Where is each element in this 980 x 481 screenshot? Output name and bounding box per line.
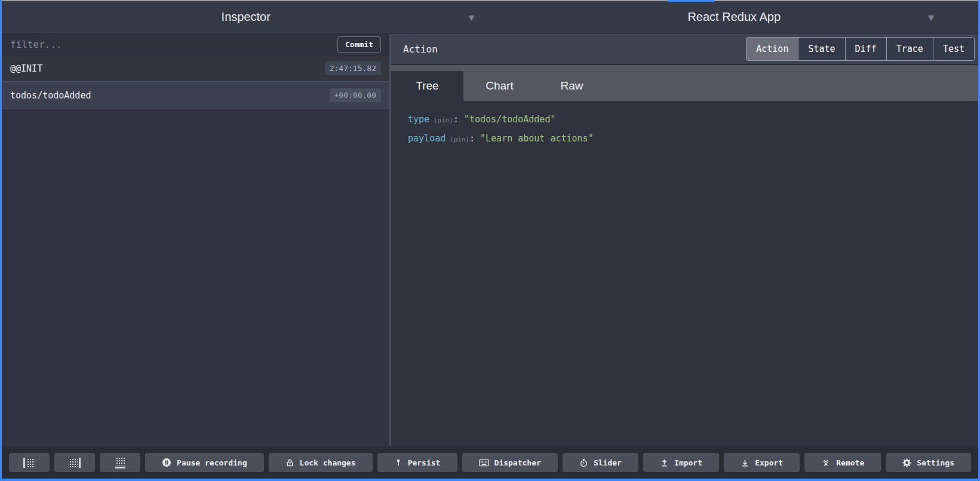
- remote-button[interactable]: Remote: [804, 453, 881, 472]
- tree-row-payload: payload (pin): "Learn about actions": [408, 130, 978, 149]
- download-icon: [741, 458, 749, 467]
- action-timestamp: +00:00.00: [330, 88, 381, 102]
- tab-state[interactable]: State: [798, 38, 844, 60]
- view-subtab-bar: Tree Chart Raw: [391, 65, 978, 101]
- button-label: Lock changes: [300, 458, 356, 467]
- bottom-toolbar: Pause recording Lock changes Persist Dis…: [2, 446, 978, 479]
- main-area: Commit @@INIT 2:47:15.82 todos/todoAdded…: [2, 34, 978, 446]
- export-button[interactable]: Export: [724, 453, 800, 472]
- layout-left-pane-button[interactable]: [9, 453, 50, 472]
- pause-recording-button[interactable]: Pause recording: [145, 453, 264, 472]
- chevron-down-icon: ▼: [928, 13, 934, 21]
- tree-key[interactable]: payload: [408, 133, 446, 144]
- tree-value: "todos/todoAdded": [459, 114, 556, 125]
- action-name: todos/todoAdded: [10, 90, 91, 101]
- button-label: Persist: [408, 458, 441, 467]
- subtab-tree[interactable]: Tree: [391, 71, 463, 101]
- action-timestamp: 2:47:15.82: [325, 61, 381, 75]
- tab-trace[interactable]: Trace: [886, 38, 933, 60]
- keyboard-icon: [479, 459, 489, 467]
- subtab-chart[interactable]: Chart: [463, 71, 536, 101]
- button-label: Remote: [836, 458, 864, 467]
- layout-right-pane-button[interactable]: [54, 453, 95, 472]
- panel-title: Action: [403, 44, 438, 55]
- tab-action[interactable]: Action: [746, 38, 798, 60]
- button-label: Slider: [594, 458, 622, 467]
- pin-link[interactable]: (pin): [429, 116, 453, 124]
- instance-select-label: React Redux App: [687, 10, 781, 24]
- persist-button[interactable]: Persist: [377, 453, 457, 472]
- subtab-raw[interactable]: Raw: [536, 71, 608, 101]
- action-detail-panel: Action Action State Diff Trace Test Tree…: [391, 34, 978, 446]
- redux-devtools-window: Inspector ▼ React Redux App ▼ Commit @@I…: [0, 0, 980, 481]
- window-top-edge: [0, 0, 980, 1]
- inspector-tab-group: Action State Diff Trace Test: [746, 37, 975, 61]
- detail-header: Action Action State Diff Trace Test: [391, 34, 978, 65]
- pane-left-icon: [23, 458, 35, 468]
- pin-icon: [394, 458, 403, 467]
- gear-icon: [902, 458, 911, 467]
- settings-button[interactable]: Settings: [886, 453, 971, 472]
- button-label: Dispatcher: [494, 458, 541, 467]
- top-accent-bar: [668, 0, 714, 2]
- button-label: Export: [755, 458, 783, 467]
- filter-row: Commit: [2, 34, 389, 56]
- tab-test[interactable]: Test: [933, 38, 974, 60]
- instance-header: Inspector ▼ React Redux App ▼: [2, 1, 978, 33]
- action-tree-view: type (pin): "todos/todoAdded" payload (p…: [391, 101, 978, 446]
- lock-changes-button[interactable]: Lock changes: [269, 453, 373, 472]
- stopwatch-icon: [579, 458, 588, 467]
- dispatcher-button[interactable]: Dispatcher: [462, 453, 558, 472]
- tab-diff[interactable]: Diff: [845, 38, 886, 60]
- button-label: Import: [674, 458, 702, 467]
- antenna-icon: [821, 458, 831, 467]
- slider-button[interactable]: Slider: [563, 453, 638, 472]
- commit-button[interactable]: Commit: [337, 36, 381, 53]
- pane-right-icon: [69, 458, 81, 468]
- tree-row-type: type (pin): "todos/todoAdded": [408, 110, 978, 130]
- tree-colon: :: [469, 133, 475, 144]
- action-list-panel: Commit @@INIT 2:47:15.82 todos/todoAdded…: [2, 34, 389, 446]
- lock-icon: [285, 458, 294, 467]
- pane-bottom-icon: [115, 457, 125, 468]
- filter-input[interactable]: [10, 39, 337, 50]
- monitor-select-dropdown[interactable]: Inspector ▼: [2, 1, 490, 33]
- tree-key[interactable]: type: [408, 114, 429, 125]
- chevron-down-icon: ▼: [469, 13, 475, 21]
- tree-colon: :: [453, 114, 459, 125]
- tree-value: "Learn about actions": [475, 133, 594, 144]
- pause-icon: [162, 458, 171, 467]
- upload-icon: [660, 458, 669, 467]
- button-label: Pause recording: [177, 458, 247, 467]
- action-name: @@INIT: [10, 63, 42, 74]
- monitor-select-label: Inspector: [222, 10, 271, 24]
- action-list-item-todoAdded[interactable]: todos/todoAdded +00:00.00: [2, 82, 389, 109]
- layout-bottom-pane-button[interactable]: [100, 453, 140, 472]
- import-button[interactable]: Import: [643, 453, 719, 472]
- pin-link[interactable]: (pin): [446, 135, 469, 143]
- action-list-item-init[interactable]: @@INIT 2:47:15.82: [2, 56, 389, 82]
- button-label: Settings: [917, 458, 954, 467]
- instance-select-dropdown[interactable]: React Redux App ▼: [490, 1, 979, 33]
